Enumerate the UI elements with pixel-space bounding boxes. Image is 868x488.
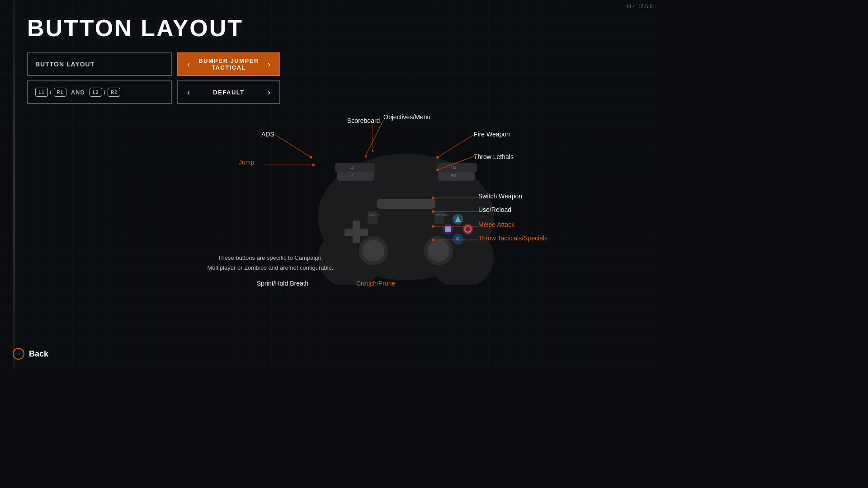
melee-attack-line <box>429 224 487 233</box>
svg-line-37 <box>365 120 383 156</box>
svg-text:SHARE: SHARE <box>369 213 380 216</box>
layout-value: BUMPER JUMPER TACTICAL <box>192 57 266 71</box>
svg-line-41 <box>438 156 474 170</box>
throw-lethals-line <box>429 156 483 174</box>
back-label: Back <box>29 349 48 359</box>
stick-selector[interactable]: ‹ DEFAULT › <box>177 80 280 104</box>
l2-icon: L2 <box>90 88 102 97</box>
controller-area: L2 L1 R2 R1 SHARE OPTIONS <box>207 108 614 343</box>
l1-icon: L1 <box>35 88 48 97</box>
fire-weapon-annotation: Fire Weapon <box>474 130 510 138</box>
layout-next-button[interactable]: › <box>266 60 272 69</box>
svg-point-32 <box>310 156 312 159</box>
melee-attack-annotation: Melee Attack <box>478 221 514 229</box>
throw-lethals-annotation: Throw Lethals <box>474 153 514 161</box>
svg-rect-18 <box>344 229 368 236</box>
svg-point-46 <box>432 210 434 213</box>
slash-2: / <box>104 89 106 96</box>
back-circle-icon: ○ <box>13 348 24 360</box>
switch-weapon-line <box>429 196 487 205</box>
svg-text:L2: L2 <box>349 165 354 169</box>
objectives-label: Objectives/Menu <box>383 113 430 121</box>
sprint-annotation: Sprint/Hold Breath <box>257 279 308 287</box>
crouch-annotation: Crouch/Prone <box>356 279 395 287</box>
version-text: 48.4.12.5.0 <box>625 4 653 9</box>
throw-tacticals-label: Throw Tacticals/Specials <box>478 235 547 242</box>
button-layout-label: BUTTON LAYOUT <box>27 52 172 76</box>
note-content: These buttons are specific to Campaign, … <box>208 254 334 271</box>
r1-icon: R1 <box>54 88 66 97</box>
svg-line-39 <box>438 135 474 157</box>
objectives-line <box>365 120 410 165</box>
svg-point-28 <box>363 240 384 262</box>
trigger-icons: L1 / R1 and L2 / R2 <box>35 88 120 97</box>
controls-area: BUTTON LAYOUT ‹ BUMPER JUMPER TACTICAL ›… <box>27 52 280 104</box>
svg-point-50 <box>432 239 434 241</box>
use-reload-annotation: Use/Reload <box>478 206 511 214</box>
layout-prev-button[interactable]: ‹ <box>185 60 192 69</box>
stick-next-button[interactable]: › <box>266 88 272 97</box>
svg-text:L1: L1 <box>349 174 354 178</box>
jump-annotation: Jump <box>239 158 254 166</box>
ads-annotation: ADS <box>261 130 274 138</box>
trigger-label-box: L1 / R1 and L2 / R2 <box>27 80 172 104</box>
stick-prev-button[interactable]: ‹ <box>185 88 192 97</box>
svg-point-52 <box>282 286 283 287</box>
switch-weapon-annotation: Switch Weapon <box>478 192 522 200</box>
jump-line <box>264 160 322 174</box>
svg-line-31 <box>275 135 311 157</box>
jump-label: Jump <box>239 159 254 166</box>
svg-point-34 <box>312 164 315 166</box>
stick-value: DEFAULT <box>192 89 266 96</box>
note-text: These buttons are specific to Campaign, … <box>207 253 334 273</box>
throw-tacticals-annotation: Throw Tacticals/Specials (Zombies) <box>478 234 547 242</box>
svg-point-42 <box>436 169 439 171</box>
left-bar <box>13 0 15 369</box>
ads-label: ADS <box>261 131 274 138</box>
objectives-annotation: Objectives/Menu <box>383 113 430 121</box>
stick-row: L1 / R1 and L2 / R2 ‹ DEFAULT › <box>27 80 280 104</box>
back-button[interactable]: ○ Back <box>13 348 48 360</box>
ads-line <box>275 135 329 162</box>
page-title: BUTTON LAYOUT <box>27 14 243 42</box>
svg-point-44 <box>432 197 434 199</box>
use-reload-line <box>429 209 487 218</box>
crouch-line <box>370 286 397 304</box>
svg-point-54 <box>370 286 371 287</box>
sprint-line <box>282 286 309 304</box>
and-text: and <box>71 89 85 96</box>
svg-rect-5 <box>337 172 374 181</box>
r2-icon: R2 <box>108 88 120 97</box>
layout-selector[interactable]: ‹ BUMPER JUMPER TACTICAL › <box>177 52 280 76</box>
layout-row: BUTTON LAYOUT ‹ BUMPER JUMPER TACTICAL › <box>27 52 280 76</box>
svg-point-48 <box>432 225 434 228</box>
slash-1: / <box>50 89 52 96</box>
svg-point-38 <box>365 155 367 158</box>
svg-rect-12 <box>377 199 435 209</box>
throw-tacticals-line <box>429 238 487 247</box>
